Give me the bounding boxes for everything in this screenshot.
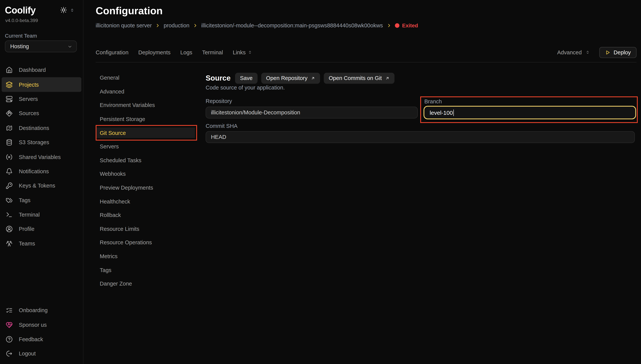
tab-links[interactable]: Links bbox=[233, 49, 252, 55]
sidebar-item-label: S3 Storages bbox=[19, 140, 49, 146]
config-menu: General Advanced Environment Variables P… bbox=[96, 71, 195, 291]
sidebar-item-label: Shared Variables bbox=[19, 154, 61, 160]
sidebar-item-dashboard[interactable]: Dashboard bbox=[2, 63, 81, 77]
layers-icon bbox=[6, 81, 13, 88]
config-menu-item-danger-zone[interactable]: Danger Zone bbox=[96, 277, 195, 291]
tab-configuration[interactable]: Configuration bbox=[96, 49, 129, 55]
config-menu-item-resource-operations[interactable]: Resource Operations bbox=[96, 236, 195, 250]
sidebar-item-s3-storages[interactable]: S3 Storages bbox=[2, 135, 81, 150]
sidebar-item-destinations[interactable]: Destinations bbox=[2, 121, 81, 135]
open-commits-button[interactable]: Open Commits on Git bbox=[324, 73, 394, 84]
config-menu-item-advanced[interactable]: Advanced bbox=[96, 85, 195, 98]
sidebar-item-profile[interactable]: Profile bbox=[2, 222, 81, 236]
status-label: Exited bbox=[402, 22, 418, 28]
tab-logs[interactable]: Logs bbox=[180, 49, 192, 55]
sidebar-item-label: Notifications bbox=[19, 168, 49, 174]
help-circle-icon bbox=[6, 336, 13, 343]
sidebar-item-sponsor-us[interactable]: Sponsor us bbox=[2, 318, 81, 332]
sidebar-item-notifications[interactable]: Notifications bbox=[2, 164, 81, 178]
config-menu-item-healthcheck[interactable]: Healthcheck bbox=[96, 194, 195, 208]
branch-label: Branch bbox=[424, 98, 442, 104]
config-menu-item-general[interactable]: General bbox=[96, 71, 195, 85]
sidebar-item-keys-tokens[interactable]: Keys & Tokens bbox=[2, 178, 81, 193]
breadcrumb: illicitonion quote server production ill… bbox=[96, 22, 418, 28]
sidebar-item-feedback[interactable]: Feedback bbox=[2, 332, 81, 346]
team-select[interactable]: Hosting bbox=[5, 40, 77, 52]
sidebar-item-onboarding[interactable]: Onboarding bbox=[2, 303, 81, 318]
sidebar-item-label: Servers bbox=[19, 96, 38, 102]
chevron-right-icon bbox=[155, 23, 161, 28]
updown-chevron-icon bbox=[585, 50, 590, 55]
checklist-icon bbox=[6, 307, 13, 314]
commit-sha-input[interactable]: HEAD bbox=[206, 131, 635, 143]
sidebar-item-label: Feedback bbox=[19, 336, 43, 342]
team-select-value: Hosting bbox=[10, 43, 29, 50]
sidebar-item-terminal[interactable]: Terminal bbox=[2, 208, 81, 222]
breadcrumb-application[interactable]: illicitestonion/-module--decomposition:m… bbox=[201, 22, 383, 28]
updown-chevron-icon bbox=[248, 50, 252, 55]
config-menu-item-scheduled-tasks[interactable]: Scheduled Tasks bbox=[96, 154, 195, 167]
chevron-down-icon bbox=[68, 44, 73, 49]
source-heading: Source bbox=[206, 74, 231, 82]
sidebar-item-servers[interactable]: Servers bbox=[2, 92, 81, 106]
config-menu-item-tags[interactable]: Tags bbox=[96, 263, 195, 277]
app-version: v4.0.0-beta.399 bbox=[5, 18, 38, 23]
config-menu-item-webhooks[interactable]: Webhooks bbox=[96, 167, 195, 181]
terminal-icon bbox=[6, 211, 13, 218]
current-team-label: Current Team bbox=[5, 33, 37, 39]
deploy-button[interactable]: Deploy bbox=[599, 47, 637, 58]
sidebar-item-label: Sponsor us bbox=[19, 322, 47, 328]
config-menu-item-resource-limits[interactable]: Resource Limits bbox=[96, 222, 195, 236]
theme-toggle-button[interactable] bbox=[60, 6, 67, 14]
sidebar-item-label: Terminal bbox=[19, 212, 40, 218]
chevron-right-icon bbox=[193, 23, 198, 28]
status-dot bbox=[395, 23, 399, 28]
config-menu-item-persistent-storage[interactable]: Persistent Storage bbox=[96, 112, 195, 126]
sidebar-item-label: Destinations bbox=[19, 125, 49, 131]
text-caret bbox=[453, 109, 454, 116]
git-branch-icon bbox=[6, 110, 13, 117]
config-menu-item-preview-deployments[interactable]: Preview Deployments bbox=[96, 181, 195, 194]
theme-select-chevrons[interactable] bbox=[70, 8, 75, 13]
config-menu-item-servers[interactable]: Servers bbox=[96, 140, 195, 153]
sidebar-footer-nav: Onboarding Sponsor us Feedback Logout bbox=[0, 303, 83, 361]
status-badge: Exited bbox=[395, 22, 418, 28]
branch-input[interactable]: level-100 bbox=[423, 106, 636, 119]
tab-deployments[interactable]: Deployments bbox=[138, 49, 171, 55]
open-repository-button[interactable]: Open Repository bbox=[261, 73, 320, 84]
sidebar-item-label: Tags bbox=[19, 197, 31, 203]
save-button[interactable]: Save bbox=[235, 73, 258, 84]
sidebar-item-label: Keys & Tokens bbox=[19, 183, 55, 189]
chevron-right-icon bbox=[386, 23, 391, 28]
breadcrumb-environment[interactable]: production bbox=[164, 22, 190, 28]
sidebar-item-teams[interactable]: Teams bbox=[2, 236, 81, 251]
repository-input[interactable]: illicitestonion/Module-Decomposition bbox=[206, 106, 418, 118]
tab-bar-right: Advanced Deploy bbox=[557, 47, 636, 58]
users-icon bbox=[6, 240, 13, 247]
config-menu-item-git-source[interactable]: Git Source bbox=[96, 128, 195, 138]
sidebar-item-tags[interactable]: Tags bbox=[2, 193, 81, 208]
app-logo[interactable]: Coolify bbox=[5, 5, 36, 16]
server-icon bbox=[6, 96, 13, 102]
sidebar-item-label: Logout bbox=[19, 351, 36, 357]
sidebar-item-sources[interactable]: Sources bbox=[2, 106, 81, 121]
sidebar-item-projects[interactable]: Projects bbox=[2, 77, 81, 92]
advanced-dropdown[interactable]: Advanced bbox=[557, 49, 590, 55]
breadcrumb-project[interactable]: illicitonion quote server bbox=[96, 22, 152, 28]
config-menu-item-rollback[interactable]: Rollback bbox=[96, 208, 195, 222]
tab-terminal[interactable]: Terminal bbox=[202, 49, 223, 55]
sidebar-item-shared-variables[interactable]: Shared Variables bbox=[2, 150, 81, 164]
home-icon bbox=[6, 67, 13, 74]
sidebar-item-logout[interactable]: Logout bbox=[2, 346, 81, 361]
variables-icon bbox=[6, 154, 13, 160]
play-icon bbox=[605, 50, 610, 55]
config-menu-item-metrics[interactable]: Metrics bbox=[96, 250, 195, 263]
tags-icon bbox=[6, 197, 13, 204]
main-content: Configuration illicitonion quote server … bbox=[84, 0, 641, 364]
repository-label: Repository bbox=[206, 98, 232, 104]
config-menu-item-environment-variables[interactable]: Environment Variables bbox=[96, 98, 195, 112]
heart-handshake-icon bbox=[6, 322, 13, 328]
sidebar-item-label: Sources bbox=[19, 110, 39, 116]
commit-sha-label: Commit SHA bbox=[206, 123, 238, 129]
map-icon bbox=[6, 124, 13, 132]
